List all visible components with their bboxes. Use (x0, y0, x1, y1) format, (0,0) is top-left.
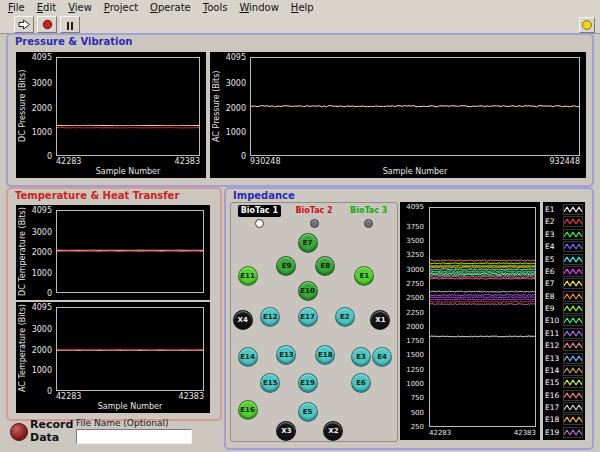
electrode-X4: X4 (233, 310, 253, 330)
legend-item-E15[interactable]: E15 (545, 377, 583, 388)
legend-label-E10: E10 (545, 316, 559, 325)
electrode-E11: E11 (238, 266, 258, 286)
electrode-E17: E17 (298, 307, 318, 327)
ac-temperature-x-ticks: 4228342383 (56, 392, 204, 401)
menu-edit[interactable]: Edit (31, 1, 62, 14)
legend-item-E10[interactable]: E10 (545, 315, 583, 326)
legend-label-E9: E9 (545, 304, 555, 313)
legend-item-E5[interactable]: E5 (545, 254, 583, 265)
legend-label-E7: E7 (545, 279, 555, 288)
menu-file[interactable]: File (2, 1, 31, 14)
tab-biotac-1[interactable]: BioTac 1 (238, 205, 281, 217)
legend-item-E13[interactable]: E13 (545, 353, 583, 364)
menu-project[interactable]: Project (98, 1, 144, 14)
impedance-y-ticks: 4095375035003250300027502500225020001750… (402, 207, 427, 427)
legend-waveform-icon-E19 (563, 427, 583, 438)
legend-label-E17: E17 (545, 403, 559, 412)
electrode-X1: X1 (370, 310, 390, 330)
run-button[interactable] (14, 16, 34, 33)
ac-pressure-y-ticks: 40953000200010000 (222, 57, 249, 156)
ac-pressure-x-ticks: 930248932448 (250, 157, 580, 166)
menu-operate[interactable]: Operate (144, 1, 197, 14)
legend-waveform-icon-E16 (563, 390, 583, 401)
tab-biotac-2[interactable]: BioTac 2 (292, 205, 335, 217)
impedance-title: Impedance (233, 190, 295, 201)
pressure-vibration-title: Pressure & Vibration (15, 36, 133, 47)
legend-item-E12[interactable]: E12 (545, 340, 583, 351)
legend-item-E11[interactable]: E11 (545, 328, 583, 339)
ac-temperature-y-ticks: 40953000200010000 (28, 307, 55, 391)
pause-button[interactable] (60, 16, 80, 33)
legend-label-E14: E14 (545, 366, 559, 375)
electrode-diagram: E7E9E8E11E1E10X4E12E17E2X1E14E13E18E3E4E… (233, 233, 395, 439)
menu-tools[interactable]: Tools (197, 1, 234, 14)
legend-item-E6[interactable]: E6 (545, 266, 583, 277)
menu-view[interactable]: View (62, 1, 98, 14)
menu-window[interactable]: Window (233, 1, 284, 14)
legend-waveform-icon-E15 (563, 377, 583, 388)
electrode-E4: E4 (372, 347, 392, 367)
electrode-E16: E16 (238, 400, 258, 420)
impedance-legend: E1E2E3E4E5E6E7E8E9E10E11E12E13E14E15E16E… (543, 202, 585, 440)
legend-label-E1: E1 (545, 205, 555, 214)
electrode-E15: E15 (260, 373, 280, 393)
legend-label-E19: E19 (545, 428, 559, 437)
legend-item-E9[interactable]: E9 (545, 303, 583, 314)
legend-item-E1[interactable]: E1 (545, 204, 583, 215)
tab-radio-2[interactable] (310, 219, 319, 228)
legend-item-E4[interactable]: E4 (545, 241, 583, 252)
legend-label-E6: E6 (545, 267, 555, 276)
legend-label-E3: E3 (545, 230, 555, 239)
legend-item-E17[interactable]: E17 (545, 402, 583, 413)
legend-item-E16[interactable]: E16 (545, 390, 583, 401)
legend-item-E8[interactable]: E8 (545, 291, 583, 302)
electrode-X2: X2 (323, 421, 343, 441)
legend-label-E8: E8 (545, 292, 555, 301)
legend-item-E2[interactable]: E2 (545, 216, 583, 227)
dc-temperature-chart: DC Temperature (Bits) 40953000200010000 (16, 205, 210, 300)
legend-waveform-icon-E6 (563, 266, 583, 277)
toolbar (0, 15, 600, 34)
legend-label-E16: E16 (545, 391, 559, 400)
tab-radio-3[interactable] (364, 219, 373, 228)
legend-waveform-icon-E8 (563, 291, 583, 302)
dc-temperature-y-ticks: 40953000200010000 (28, 210, 55, 293)
legend-waveform-icon-E12 (563, 340, 583, 351)
pressure-vibration-panel: Pressure & Vibration DC Pressure (Bits) … (6, 33, 594, 187)
legend-label-E5: E5 (545, 255, 555, 264)
electrode-E6: E6 (351, 373, 371, 393)
filename-input[interactable] (76, 429, 192, 444)
legend-item-E14[interactable]: E14 (545, 365, 583, 376)
electrode-E5: E5 (298, 402, 318, 422)
tab-radio-1[interactable] (255, 219, 264, 228)
legend-item-E18[interactable]: E18 (545, 414, 583, 425)
legend-waveform-icon-E17 (563, 402, 583, 413)
impedance-x-ticks: 4228342383 (429, 429, 536, 438)
legend-label-E18: E18 (545, 415, 559, 424)
legend-item-E7[interactable]: E7 (545, 278, 583, 289)
dc-pressure-x-axis-title: Sample Number (56, 167, 200, 177)
menu-help[interactable]: Help (285, 1, 320, 14)
tab-biotac-3[interactable]: BioTac 3 (347, 205, 390, 217)
abort-button[interactable] (37, 16, 57, 33)
legend-waveform-icon-E3 (563, 229, 583, 240)
menu-bar: FileEditViewProjectOperateToolsWindowHel… (0, 0, 600, 16)
temperature-heat-transfer-panel: Temperature & Heat Transfer DC Temperatu… (6, 187, 222, 421)
dc-temperature-plot-area (56, 210, 204, 293)
electrode-display: BioTac 1BioTac 2BioTac 3 E7E9E8E11E1E10X… (230, 202, 398, 442)
help-button[interactable] (579, 17, 595, 33)
legend-item-E3[interactable]: E3 (545, 229, 583, 240)
dc-pressure-y-axis-title: DC Pressure (Bits) (17, 56, 28, 156)
record-button[interactable] (10, 423, 28, 441)
legend-waveform-icon-E14 (563, 365, 583, 376)
ac-pressure-y-axis-title: AC Pressure (Bits) (211, 56, 222, 156)
electrode-E18: E18 (315, 345, 335, 365)
biotac-tabs: BioTac 1BioTac 2BioTac 3 (232, 205, 396, 231)
legend-item-E19[interactable]: E19 (545, 427, 583, 438)
dc-pressure-x-ticks: 4228342383 (56, 157, 200, 166)
run-icon (18, 15, 31, 34)
abort-icon (42, 15, 53, 34)
legend-label-E12: E12 (545, 341, 559, 350)
dc-temperature-y-axis-title: DC Temperature (Bits) (17, 209, 28, 294)
electrode-E9: E9 (276, 256, 296, 276)
